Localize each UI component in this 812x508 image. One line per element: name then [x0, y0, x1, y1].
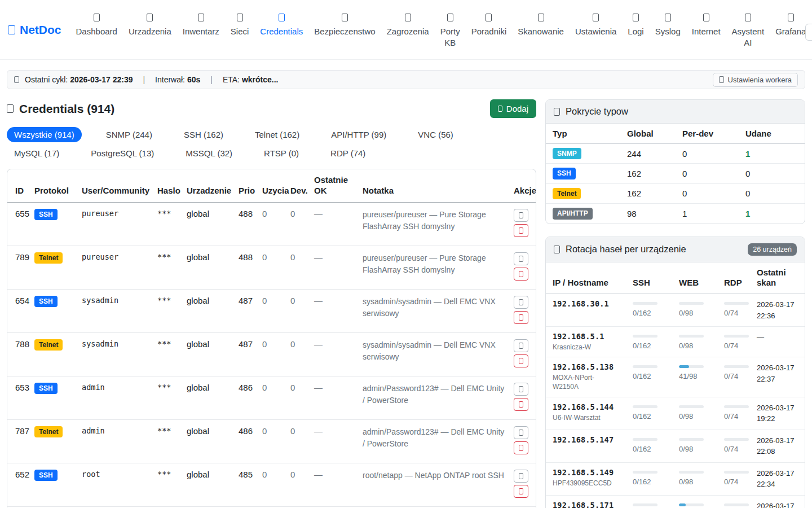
device-ip: 192.168.5.147 — [553, 435, 626, 444]
edit-button[interactable] — [514, 339, 528, 352]
filter-mysql-17[interactable]: MySQL (17) — [7, 146, 67, 161]
credential-password: *** — [153, 289, 182, 332]
nav-item-syslog[interactable]: Syslog — [655, 11, 681, 37]
nav-item-poradniki[interactable]: Poradniki — [471, 11, 507, 37]
nav-item-zagrozenia[interactable]: Zagrozenia — [387, 11, 429, 37]
credential-device: global — [182, 332, 234, 376]
nav-item-porty-kb[interactable]: Porty KB — [440, 11, 460, 48]
separator: | — [143, 75, 145, 84]
filter-rdp-74[interactable]: RDP (74) — [323, 146, 373, 161]
filter-rtsp-0[interactable]: RTSP (0) — [257, 146, 306, 161]
delete-button[interactable] — [514, 398, 528, 411]
nav-icon — [342, 14, 348, 21]
credential-note: root/netapp — NetApp ONTAP root SSH — [358, 463, 509, 506]
top-navigation: NetDoc Dashboard Urzadzenia Inwentarz Si… — [0, 0, 812, 60]
credential-user: admin — [77, 376, 153, 419]
delete-button[interactable] — [514, 268, 528, 281]
filter-api-http-99[interactable]: API/HTTP (99) — [324, 127, 394, 142]
scan-date: 2026-03-17 — [757, 402, 801, 414]
worker-settings-button[interactable]: Ustawienia workera — [713, 73, 798, 87]
device-hostname: Krasnicza-W — [553, 343, 612, 352]
main-nav: Dashboard Urzadzenia Inwentarz Sieci Cre… — [76, 11, 806, 48]
nav-item-bezpieczenstwo[interactable]: Bezpieczenstwo — [314, 11, 375, 37]
rdp-progressbar — [724, 503, 749, 506]
col-dev: Dev. — [286, 169, 310, 202]
credential-user: pureuser — [77, 246, 153, 289]
scan-date: — — [757, 332, 801, 343]
coverage-row: SSH 162 0 0 — [546, 164, 805, 183]
credential-user: sysadmin — [77, 332, 153, 376]
filter-wszystkie-914[interactable]: Wszystkie (914) — [7, 127, 82, 142]
web-progressbar — [679, 365, 704, 368]
type-badge: SNMP — [553, 148, 581, 159]
col-actions: Akcje — [509, 169, 536, 202]
filter-postgresql-13[interactable]: PostgreSQL (13) — [83, 146, 161, 161]
add-credential-button[interactable]: Dodaj — [490, 99, 536, 118]
nav-item-urzadzenia[interactable]: Urzadzenia — [129, 11, 171, 37]
delete-button[interactable] — [514, 354, 528, 367]
edit-button[interactable] — [514, 296, 528, 309]
device-count-badge: 26 urządzeń — [748, 243, 797, 256]
nav-item-sieci[interactable]: Sieci — [231, 11, 249, 37]
edit-button[interactable] — [514, 252, 528, 265]
nav-item-ustawienia[interactable]: Ustawienia — [575, 11, 616, 37]
coverage-global: 98 — [620, 204, 676, 224]
partial-button[interactable] — [805, 24, 812, 41]
nav-item-skanowanie[interactable]: Skanowanie — [518, 11, 564, 37]
edit-button[interactable] — [514, 209, 528, 222]
nav-item-inwentarz[interactable]: Inwentarz — [183, 11, 219, 37]
filter-vnc-56[interactable]: VNC (56) — [411, 127, 461, 142]
edit-button[interactable] — [514, 383, 528, 396]
filter-mssql-32[interactable]: MSSQL (32) — [178, 146, 240, 161]
credential-usage: 0 — [258, 332, 286, 376]
filter-telnet-162[interactable]: Telnet (162) — [248, 127, 307, 142]
nav-item-logi[interactable]: Logi — [628, 11, 643, 37]
filter-ssh-162[interactable]: SSH (162) — [176, 127, 231, 142]
ssh-progressbar — [633, 405, 657, 408]
col-protocol: Protokol — [30, 169, 77, 202]
rdp-count: 0/74 — [724, 412, 750, 421]
device-ip: 192.168.5.149 — [553, 468, 626, 477]
edit-button[interactable] — [514, 426, 528, 439]
scan-time: 22:34 — [757, 479, 801, 490]
credential-id: 654 — [7, 289, 30, 332]
trash-icon — [519, 401, 523, 408]
delete-button[interactable] — [514, 485, 528, 498]
edit-button[interactable] — [514, 470, 528, 483]
nav-icon — [486, 14, 492, 21]
nav-label: Inwentarz — [183, 26, 219, 37]
nav-item-asystent-ai[interactable]: Asystent AI — [732, 11, 765, 48]
rotation-row: 192.168.5.149 HPF439095ECC5D 0/162 0/98 … — [546, 462, 805, 495]
device-ip: 192.168.30.1 — [553, 299, 626, 308]
filter-snmp-244[interactable]: SNMP (244) — [99, 127, 160, 142]
nav-item-internet[interactable]: Internet — [692, 11, 721, 37]
delete-button[interactable] — [514, 224, 528, 237]
nav-item-credentials[interactable]: Credentials — [260, 11, 303, 37]
app-logo[interactable]: NetDoc — [8, 23, 61, 37]
scan-time: 22:08 — [757, 446, 801, 457]
credential-row: 654 SSH sysadmin *** global 487 0 0 — sy… — [7, 289, 536, 332]
nav-label: Asystent AI — [732, 26, 765, 48]
type-badge: Telnet — [553, 188, 581, 199]
credential-priority: 486 — [234, 376, 258, 419]
nav-item-dashboard[interactable]: Dashboard — [76, 11, 117, 37]
delete-button[interactable] — [514, 311, 528, 324]
scan-date: 2026-03-17 — [757, 299, 801, 310]
credential-last-ok: — — [310, 419, 358, 463]
col-note: Notatka — [358, 169, 509, 202]
credential-password: *** — [153, 202, 182, 246]
key-icon — [7, 104, 14, 113]
page-title: Credentials (914) — [7, 102, 114, 116]
nav-label: Porty KB — [440, 26, 460, 48]
web-count: 0/98 — [679, 341, 717, 350]
credential-priority: 488 — [234, 246, 258, 289]
nav-item-grafana[interactable]: Grafana — [775, 11, 806, 37]
protocol-badge: SSH — [34, 296, 58, 307]
credential-dev-count: 0 — [286, 202, 310, 246]
delete-button[interactable] — [514, 441, 528, 454]
coverage-table: Typ Global Per-dev Udane SNMP 244 0 1 SS… — [546, 124, 805, 224]
credential-last-ok: — — [310, 289, 358, 332]
nav-label: Zagrozenia — [387, 26, 429, 37]
credential-id: 655 — [7, 202, 30, 246]
credentials-table-card: ID Protokol User/Community Haslo Urzadze… — [7, 169, 536, 508]
